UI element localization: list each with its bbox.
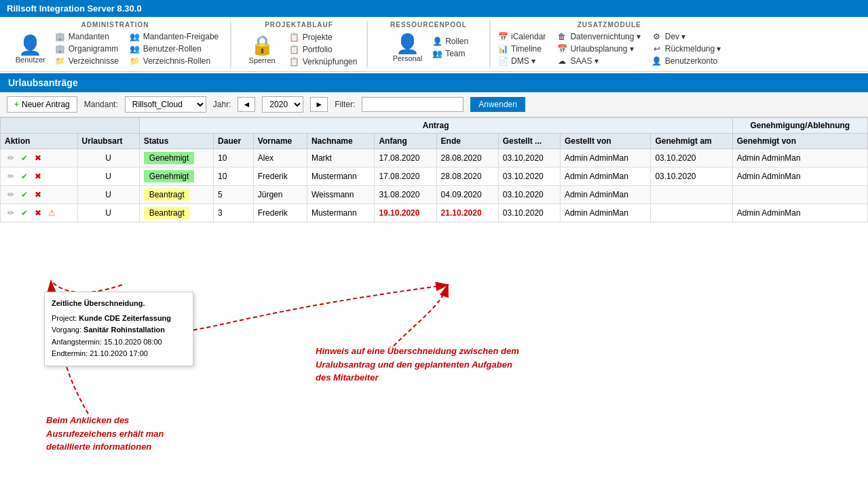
table-area: Antrag Genehmigung/Ablehnung Aktion Urla…: [0, 117, 868, 222]
team-link[interactable]: 👥 Team: [432, 48, 468, 59]
approve-button[interactable]: ✔: [18, 170, 31, 182]
personal-button[interactable]: 👤 Personal: [389, 31, 426, 64]
mandanten-freigabe-icon: 👥: [130, 31, 140, 42]
year-prev-button[interactable]: ◄: [238, 97, 255, 112]
approve-button[interactable]: ✔: [18, 189, 31, 201]
projekte-link[interactable]: 📋 Projekte: [289, 32, 358, 43]
year-select[interactable]: 2020: [262, 96, 303, 113]
benutzer-rollen-label: Benutzer-Rollen: [143, 44, 202, 54]
ribbon-proj-title: PROJEKTABLAUF: [265, 21, 333, 28]
rollen-link[interactable]: 👤 Rollen: [432, 36, 468, 47]
th-gestellt-von: Gestellt von: [560, 134, 651, 149]
extra-col3: ⚙ Dev ▾ ↩ Rückmeldung ▾ 👤 Benutzerkonto: [652, 31, 721, 66]
saas-label: SAAS ▾: [570, 56, 598, 66]
admin-col1: 🏢 Mandanten 🏢 Organigramm 📁 Verzeichniss…: [55, 31, 119, 66]
verknuepfungen-link[interactable]: 📋 Verknüpfungen: [289, 56, 358, 67]
verzeichnisse-link[interactable]: 📁 Verzeichnisse: [55, 56, 119, 66]
portfolio-link[interactable]: 📋 Portfolio: [289, 44, 358, 55]
verzeichnisse-icon: 📁: [55, 56, 66, 66]
benutzerkonto-label: Benutzerkonto: [665, 56, 717, 66]
table-main-header-row: Aktion Urlaubsart Status Dauer Vorname N…: [1, 134, 868, 149]
datenvernichtung-link[interactable]: 🗑 Datenvernichtung ▾: [556, 31, 640, 42]
approve-button[interactable]: ✔: [18, 207, 31, 219]
ribbon-administration: ADMINISTRATION 👤 Benutzer 🏢 Mandanten 🏢: [0, 20, 231, 69]
sperren-button[interactable]: 🔒 Sperren: [241, 31, 284, 67]
reject-button[interactable]: ✖: [32, 170, 44, 182]
genehmigt-cell: 03.10.2020: [651, 168, 732, 186]
verknuepfungen-label: Verknüpfungen: [303, 57, 358, 66]
year-next-button[interactable]: ►: [310, 97, 328, 112]
filter-label: Filter:: [335, 100, 355, 109]
gestellt-von-cell: Admin AdminMan: [560, 204, 651, 222]
gestellt-cell: 03.10.2020: [498, 204, 560, 222]
benutzer-button[interactable]: 👤 Benutzer: [12, 33, 50, 65]
tooltip-end-label: Endtermin:: [52, 349, 90, 357]
saas-icon: ☁: [556, 56, 567, 66]
verzeichnis-rollen-icon: 📁: [130, 56, 140, 66]
timeline-link[interactable]: 📊 Timeline: [497, 43, 546, 54]
organigramm-label: Organigramm: [69, 44, 118, 54]
admin-links: 🏢 Mandanten 🏢 Organigramm 📁 Verzeichniss…: [55, 31, 219, 66]
rueckmeldung-link[interactable]: ↩ Rückmeldung ▾: [652, 43, 721, 54]
tooltip-end: Endtermin: 21.10.2020 17:00: [52, 348, 186, 360]
rueckmeldung-icon: ↩: [652, 43, 662, 54]
reject-button[interactable]: ✖: [32, 207, 44, 219]
benutzerkonto-link[interactable]: 👤 Benutzerkonto: [652, 56, 721, 66]
benutzer-icon: 👤: [20, 34, 41, 56]
warning-button[interactable]: ⚠: [45, 207, 58, 219]
tooltip-project-value: Kunde CDE Zeiterfassung: [79, 314, 171, 322]
verzeichnis-rollen-link[interactable]: 📁 Verzeichnis-Rollen: [130, 56, 219, 66]
benutzer-rollen-link[interactable]: 👥 Benutzer-Rollen: [130, 43, 219, 54]
ribbon-proj-items: 🔒 Sperren 📋 Projekte 📋 Portfolio 📋 Verkn…: [241, 31, 358, 67]
genehmigt-cell: [651, 204, 732, 222]
edit-button[interactable]: ✏: [5, 189, 17, 201]
th-aktion-group: [1, 118, 140, 134]
urlaubsplanung-link[interactable]: 📅 Urlaubsplanung ▾: [556, 43, 640, 54]
dms-link[interactable]: 📄 DMS ▾: [497, 56, 546, 66]
gestellt-cell: 03.10.2020: [498, 168, 560, 186]
filter-input[interactable]: [362, 97, 464, 112]
tooltip-anfang: Anfangstermin: 15.10.2020 08:00: [52, 336, 186, 349]
page-header: Urlaubsanträge: [0, 73, 868, 92]
mandanten-link[interactable]: 🏢 Mandanten: [55, 31, 119, 42]
urlaubsart-cell: U: [77, 186, 139, 204]
rueckmeldung-label: Rückmeldung ▾: [665, 44, 721, 54]
reject-button[interactable]: ✖: [32, 152, 44, 164]
apply-label: Anwenden: [478, 100, 517, 109]
rollen-label: Rollen: [445, 37, 468, 46]
edit-button[interactable]: ✏: [5, 207, 17, 219]
ende-cell: 28.08.2020: [436, 149, 498, 168]
action-cell: ✏✔✖: [1, 168, 78, 186]
apply-button[interactable]: Anwenden: [470, 97, 525, 112]
tooltip-anfang-value: 15.10.2020 08:00: [104, 338, 162, 346]
saas-link[interactable]: ☁ SAAS ▾: [556, 56, 640, 66]
dms-icon: 📄: [497, 56, 508, 66]
icalendar-label: iCalendar: [511, 32, 546, 41]
ribbon-admin-items: 👤 Benutzer 🏢 Mandanten 🏢 Organigramm: [12, 31, 219, 66]
mandanten-freigabe-link[interactable]: 👥 Mandanten-Freigabe: [130, 31, 219, 42]
dev-link[interactable]: ⚙ Dev ▾: [652, 31, 721, 42]
status-cell: Beantragt: [139, 186, 213, 204]
edit-button[interactable]: ✏: [5, 152, 17, 164]
reject-button[interactable]: ✖: [32, 189, 44, 201]
ribbon-admin-title: ADMINISTRATION: [81, 21, 149, 28]
th-ende: Ende: [436, 134, 498, 149]
benutzerkonto-icon: 👤: [652, 56, 662, 66]
team-icon: 👥: [432, 48, 442, 59]
new-antrag-button[interactable]: + Neuer Antrag: [7, 96, 77, 113]
status-cell: Genehmigt: [139, 149, 213, 168]
th-aktion: Aktion: [1, 134, 78, 149]
icalendar-link[interactable]: 📅 iCalendar: [497, 31, 546, 42]
table-row: ✏✔✖UGenehmigt10AlexMarkt17.08.202028.08.…: [1, 149, 868, 168]
anfang-cell: 19.10.2020: [375, 204, 436, 222]
organigramm-link[interactable]: 🏢 Organigramm: [55, 43, 119, 54]
title-bar: Rillsoft Integration Server 8.30.0: [0, 0, 868, 17]
mandant-select[interactable]: Rillsoft_Cloud: [125, 96, 206, 113]
approve-button[interactable]: ✔: [18, 152, 31, 164]
th-nachname: Nachname: [307, 134, 374, 149]
edit-button[interactable]: ✏: [5, 170, 17, 182]
urlaubsart-cell: U: [77, 149, 139, 168]
datenvernichtung-icon: 🗑: [556, 31, 567, 42]
table-body: ✏✔✖UGenehmigt10AlexMarkt17.08.202028.08.…: [1, 149, 868, 222]
icalendar-icon: 📅: [497, 31, 508, 42]
